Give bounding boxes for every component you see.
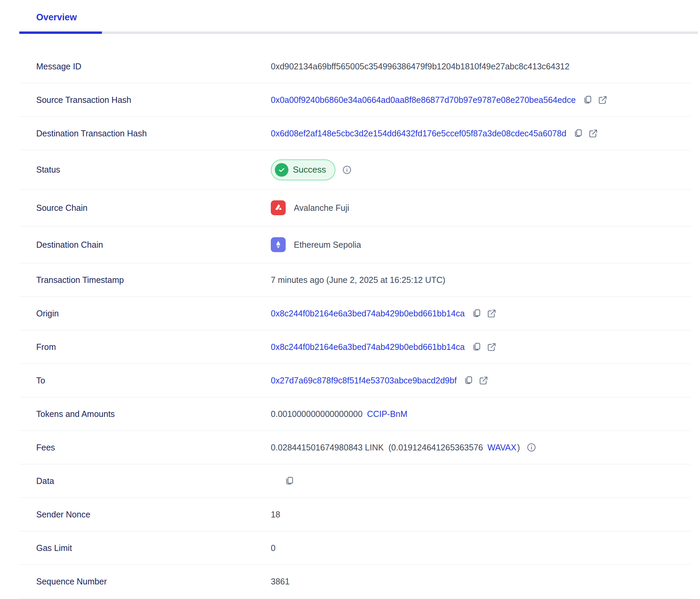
gas-limit-text: 0 xyxy=(271,543,276,553)
check-icon xyxy=(275,163,288,177)
origin-link[interactable]: 0x8c244f0b2164e6a3bed74ab429b0ebd661bb14… xyxy=(271,309,465,318)
tokens-and-amounts-value: 0.001000000000000000CCIP-BnM xyxy=(271,409,691,419)
tab-overview[interactable]: Overview xyxy=(19,7,94,31)
row-message-id: Message ID0xd902134a69bff565005c35499638… xyxy=(19,50,691,83)
source-transaction-hash-value: 0x0a00f9240b6860e34a0664ad0aa8f8e86877d7… xyxy=(271,95,691,105)
status-text: Success xyxy=(293,164,326,175)
source-transaction-hash-external-link-button[interactable] xyxy=(598,95,608,105)
row-source-transaction-hash: Source Transaction Hash0x0a00f9240b6860e… xyxy=(19,83,691,117)
external-link-icon xyxy=(588,129,598,138)
copy-icon xyxy=(573,128,583,138)
row-destination-transaction-hash: Destination Transaction Hash0x6d08ef2af1… xyxy=(19,117,691,150)
copy-icon xyxy=(472,308,482,318)
row-origin: Origin0x8c244f0b2164e6a3bed74ab429b0ebd6… xyxy=(19,297,691,330)
fees-amount: 0.028441501674980843 LINK (0.01912464126… xyxy=(271,443,483,452)
external-link-icon xyxy=(487,342,497,352)
status-badge: Success xyxy=(271,159,335,180)
status-value: Success xyxy=(271,159,691,180)
data-label: Data xyxy=(19,476,271,486)
copy-icon xyxy=(463,375,474,385)
row-fees: Fees0.028441501674980843 LINK (0.0191246… xyxy=(19,431,691,464)
source-transaction-hash-copy-button[interactable] xyxy=(583,95,593,105)
transaction-timestamp-text: 7 minutes ago (June 2, 2025 at 16:25:12 … xyxy=(271,275,445,285)
row-status: StatusSuccess xyxy=(19,150,691,190)
tab-bar: Overview xyxy=(0,0,700,34)
external-link-icon xyxy=(479,376,488,385)
origin-external-link-button[interactable] xyxy=(487,309,497,318)
source-transaction-hash-link[interactable]: 0x0a00f9240b6860e34a0664ad0aa8f8e86877d7… xyxy=(271,95,576,105)
sequence-number-label: Sequence Number xyxy=(19,577,271,586)
destination-transaction-hash-label: Destination Transaction Hash xyxy=(19,129,271,138)
to-copy-button[interactable] xyxy=(463,375,474,385)
destination-chain-label: Destination Chain xyxy=(19,240,271,250)
sender-nonce-text: 18 xyxy=(271,510,280,519)
fees-paren-close: ) xyxy=(517,443,520,452)
row-sender-nonce: Sender Nonce18 xyxy=(19,498,691,531)
message-id-value: 0xd902134a69bff565005c354996386479f9b120… xyxy=(271,62,691,71)
destination-chain-value: Ethereum Sepolia xyxy=(271,237,691,252)
destination-transaction-hash-link[interactable]: 0x6d08ef2af148e5cbc3d2e154dd6432fd176e5c… xyxy=(271,129,566,138)
sender-nonce-label: Sender Nonce xyxy=(19,510,271,519)
tokens-and-amounts-amount: 0.001000000000000000 xyxy=(271,409,363,419)
from-value: 0x8c244f0b2164e6a3bed74ab429b0ebd661bb14… xyxy=(271,342,691,352)
row-destination-chain: Destination ChainEthereum Sepolia xyxy=(19,226,691,263)
source-transaction-hash-label: Source Transaction Hash xyxy=(19,95,271,105)
destination-transaction-hash-value: 0x6d08ef2af148e5cbc3d2e154dd6432fd176e5c… xyxy=(271,128,691,138)
row-tokens-and-amounts: Tokens and Amounts0.001000000000000000CC… xyxy=(19,397,691,431)
avalanche-icon xyxy=(271,200,286,215)
message-id-text: 0xd902134a69bff565005c354996386479f9b120… xyxy=(271,62,569,71)
row-data: Data xyxy=(19,464,691,498)
from-link[interactable]: 0x8c244f0b2164e6a3bed74ab429b0ebd661bb14… xyxy=(271,342,465,352)
source-chain-value: Avalanche Fuji xyxy=(271,200,691,215)
gas-limit-value: 0 xyxy=(271,543,691,553)
fees-info-button[interactable] xyxy=(527,443,536,452)
data-value xyxy=(271,476,691,486)
to-label: To xyxy=(19,376,271,385)
info-icon xyxy=(527,443,536,452)
transaction-timestamp-value: 7 minutes ago (June 2, 2025 at 16:25:12 … xyxy=(271,275,691,285)
row-transaction-timestamp: Transaction Timestamp7 minutes ago (June… xyxy=(19,263,691,297)
fees-value: 0.028441501674980843 LINK (0.01912464126… xyxy=(271,443,691,452)
info-icon xyxy=(342,165,352,175)
ethereum-icon xyxy=(271,237,286,252)
fees-token-link[interactable]: WAVAX xyxy=(487,443,517,452)
tokens-and-amounts-label: Tokens and Amounts xyxy=(19,409,271,419)
to-external-link-button[interactable] xyxy=(479,376,488,385)
origin-value: 0x8c244f0b2164e6a3bed74ab429b0ebd661bb14… xyxy=(271,308,691,318)
copy-icon xyxy=(472,342,482,352)
row-sequence-number: Sequence Number3861 xyxy=(19,565,691,598)
origin-copy-button[interactable] xyxy=(472,308,482,318)
destination-transaction-hash-external-link-button[interactable] xyxy=(588,129,598,138)
source-chain-name: Avalanche Fuji xyxy=(294,203,349,213)
message-id-label: Message ID xyxy=(19,62,271,71)
fees-label: Fees xyxy=(19,443,271,452)
copy-icon xyxy=(284,476,294,486)
status-label: Status xyxy=(19,165,271,175)
sequence-number-text: 3861 xyxy=(271,577,290,586)
source-chain-label: Source Chain xyxy=(19,203,271,213)
sequence-number-value: 3861 xyxy=(271,577,691,586)
row-source-chain: Source ChainAvalanche Fuji xyxy=(19,190,691,226)
from-copy-button[interactable] xyxy=(472,342,482,352)
tokens-and-amounts-token-link[interactable]: CCIP-BnM xyxy=(367,409,407,419)
tab-active-indicator xyxy=(19,31,102,34)
to-link[interactable]: 0x27d7a69c878f9c8f51f4e53703abce9bacd2d9… xyxy=(271,376,457,385)
transaction-timestamp-label: Transaction Timestamp xyxy=(19,275,271,285)
sender-nonce-value: 18 xyxy=(271,510,691,519)
destination-transaction-hash-copy-button[interactable] xyxy=(573,128,583,138)
from-external-link-button[interactable] xyxy=(487,342,497,352)
overview-table: Message ID0xd902134a69bff565005c35499638… xyxy=(0,50,700,598)
external-link-icon xyxy=(598,95,608,105)
destination-chain-name: Ethereum Sepolia xyxy=(294,240,361,250)
ccip-message-overview: { "tabs": { "overview": "Overview" }, "c… xyxy=(0,0,700,599)
to-value: 0x27d7a69c878f9c8f51f4e53703abce9bacd2d9… xyxy=(271,375,691,385)
row-from: From0x8c244f0b2164e6a3bed74ab429b0ebd661… xyxy=(19,330,691,364)
gas-limit-label: Gas Limit xyxy=(19,543,271,553)
row-gas-limit: Gas Limit0 xyxy=(19,531,691,565)
external-link-icon xyxy=(487,309,497,318)
data-copy-button[interactable] xyxy=(284,476,294,486)
from-label: From xyxy=(19,342,271,352)
origin-label: Origin xyxy=(19,309,271,318)
copy-icon xyxy=(583,95,593,105)
status-info-button[interactable] xyxy=(342,165,352,175)
